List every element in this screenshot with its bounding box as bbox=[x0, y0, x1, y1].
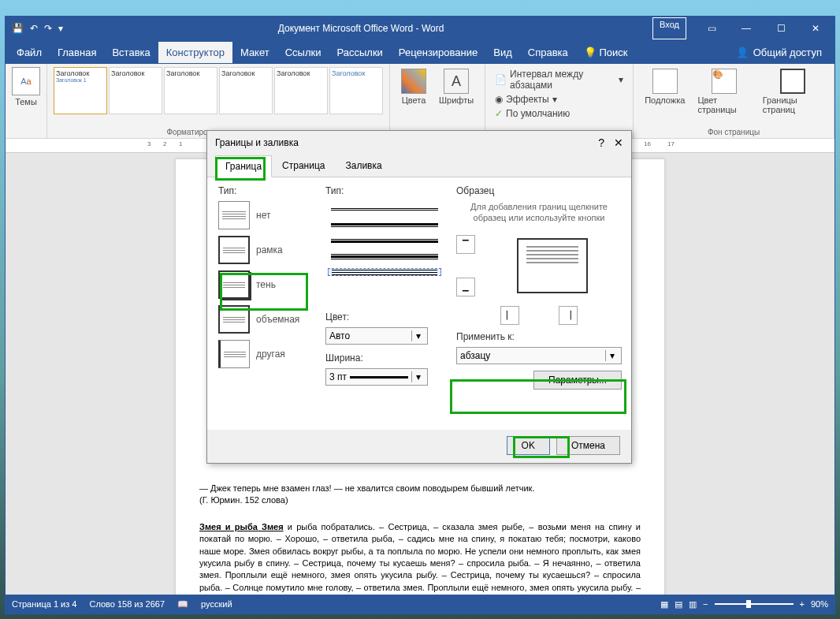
width-label: Ширина: bbox=[325, 352, 444, 364]
menu-review[interactable]: Рецензирование bbox=[391, 42, 485, 63]
style-preset[interactable]: Заголовок bbox=[329, 67, 383, 114]
effects-button[interactable]: ◉ Эффекты ▾ bbox=[492, 92, 626, 106]
watermark-icon bbox=[652, 69, 678, 94]
view-print-icon[interactable]: ▤ bbox=[675, 599, 682, 610]
redo-icon[interactable]: ↷ bbox=[44, 23, 52, 34]
share-button[interactable]: 👤 Общий доступ bbox=[736, 47, 831, 58]
ribbon-themes: Aa Темы bbox=[6, 64, 47, 138]
apply-to-select[interactable]: абзацу▾ bbox=[456, 347, 622, 364]
colors-button[interactable]: Цвета bbox=[396, 67, 431, 106]
type-box[interactable]: рамка bbox=[218, 236, 313, 264]
preview-hint: Для добавления границ щелкните образец и… bbox=[456, 201, 622, 224]
zoom-out-icon[interactable]: − bbox=[703, 599, 708, 609]
ribbon-colors-fonts: Цвета A Шрифты bbox=[390, 64, 485, 138]
type-label: Тип: bbox=[218, 185, 313, 196]
ribbon-paragraph: 📄 Интервал между абзацами ▾ ◉ Эффекты ▾ … bbox=[485, 64, 634, 138]
ribbon: Aa Темы ЗаголовокЗаголовок 1 Заголовок З… bbox=[6, 64, 834, 139]
page-borders-icon bbox=[780, 69, 805, 94]
fonts-icon: A bbox=[444, 69, 469, 94]
fonts-button[interactable]: A Шрифты bbox=[434, 67, 478, 106]
color-label: Цвет: bbox=[325, 311, 444, 323]
style-preset[interactable]: Заголовок bbox=[219, 67, 273, 114]
tab-shading[interactable]: Заливка bbox=[335, 155, 392, 177]
menu-mailings[interactable]: Рассылки bbox=[329, 42, 390, 63]
menu-references[interactable]: Ссылки bbox=[277, 42, 329, 63]
help-icon[interactable]: ? bbox=[598, 136, 604, 149]
page-color-button[interactable]: 🎨Цвет страницы bbox=[693, 67, 754, 116]
edge-right-button[interactable]: ▕ bbox=[559, 306, 578, 325]
style-preset[interactable]: ЗаголовокЗаголовок 1 bbox=[54, 67, 107, 114]
page-borders-button[interactable]: Границы страниц bbox=[758, 67, 827, 116]
watermark-button[interactable]: Подложка bbox=[640, 67, 689, 116]
border-style-column: Тип: Цвет: Авто▾ Ширина: 3 пт ▾ bbox=[325, 185, 444, 422]
doc-paragraph: Змея и рыба Змея и рыба побратались. – С… bbox=[199, 521, 641, 595]
type-none[interactable]: нет bbox=[218, 201, 313, 229]
dialog-title: Границы и заливка bbox=[215, 137, 299, 148]
preview-label: Образец bbox=[456, 185, 622, 196]
apply-label: Применить к: bbox=[456, 331, 622, 342]
view-read-icon[interactable]: ▦ bbox=[660, 599, 668, 610]
style-preset[interactable]: Заголовок bbox=[274, 67, 328, 114]
doc-paragraph: — Джек теперь мне взамен глаз! — не хвал… bbox=[199, 483, 641, 494]
style-gallery[interactable]: ЗаголовокЗаголовок 1 Заголовок Заголовок… bbox=[54, 67, 383, 114]
ribbon-page-bg: Подложка 🎨Цвет страницы Границы страниц … bbox=[634, 64, 834, 138]
qat-dropdown-icon[interactable]: ▾ bbox=[58, 23, 63, 34]
menu-bar: Файл Главная Вставка Конструктор Макет С… bbox=[6, 40, 834, 64]
zoom-slider[interactable] bbox=[715, 603, 794, 605]
tab-page[interactable]: Страница bbox=[272, 155, 335, 177]
zoom-value[interactable]: 90% bbox=[811, 599, 828, 609]
style-preset[interactable]: Заголовок bbox=[109, 67, 162, 114]
page-status[interactable]: Страница 1 из 4 bbox=[12, 599, 76, 609]
dialog-titlebar: Границы и заливка ? ✕ bbox=[207, 131, 631, 155]
menu-search[interactable]: 💡 Поиск bbox=[576, 42, 636, 63]
menu-layout[interactable]: Макет bbox=[232, 42, 277, 63]
status-bar: Страница 1 из 4 Слово 158 из 2667 📖 русс… bbox=[6, 595, 834, 613]
highlight-marker bbox=[513, 436, 570, 458]
menu-insert[interactable]: Вставка bbox=[104, 42, 158, 63]
highlight-marker bbox=[215, 157, 266, 181]
bg-section-label: Фон страницы bbox=[640, 126, 827, 136]
menu-view[interactable]: Вид bbox=[485, 42, 520, 63]
spell-check-icon[interactable]: 📖 bbox=[177, 599, 188, 610]
maximize-icon[interactable]: ☐ bbox=[765, 17, 797, 39]
menu-help[interactable]: Справка bbox=[520, 42, 576, 63]
borders-shading-dialog: Границы и заливка ? ✕ Граница Страница З… bbox=[206, 130, 632, 464]
edge-top-button[interactable]: ▔ bbox=[456, 235, 475, 254]
page-color-icon: 🎨 bbox=[712, 69, 737, 94]
language-status[interactable]: русский bbox=[201, 599, 232, 609]
width-select[interactable]: 3 пт ▾ bbox=[325, 368, 428, 386]
highlight-marker bbox=[220, 273, 308, 311]
highlight-marker bbox=[450, 379, 626, 414]
spacing-button[interactable]: 📄 Интервал между абзацами ▾ bbox=[492, 67, 626, 92]
type-custom[interactable]: другая bbox=[218, 340, 313, 368]
default-button[interactable]: ✓ По умолчанию bbox=[492, 106, 626, 121]
style-list[interactable] bbox=[325, 201, 444, 304]
word-count[interactable]: Слово 158 из 2667 bbox=[89, 599, 165, 609]
style-label: Тип: bbox=[325, 185, 444, 196]
style-preset[interactable]: Заголовок bbox=[164, 67, 217, 114]
zoom-in-icon[interactable]: + bbox=[800, 599, 805, 609]
ribbon-display-icon[interactable]: ▭ bbox=[696, 17, 727, 39]
save-icon[interactable]: 💾 bbox=[12, 23, 24, 34]
themes-button[interactable]: Aa Темы bbox=[12, 67, 40, 106]
window-title: Документ Microsoft Office Word - Word bbox=[69, 23, 652, 34]
dialog-tabs: Граница Страница Заливка bbox=[207, 155, 631, 177]
menu-file[interactable]: Файл bbox=[9, 42, 50, 63]
titlebar: 💾 ↶ ↷ ▾ Документ Microsoft Office Word -… bbox=[6, 17, 834, 40]
edge-bottom-button[interactable]: ▁ bbox=[456, 278, 475, 296]
dialog-close-icon[interactable]: ✕ bbox=[614, 136, 623, 149]
themes-icon: Aa bbox=[12, 67, 40, 95]
menu-home[interactable]: Главная bbox=[50, 42, 104, 63]
close-icon[interactable]: ✕ bbox=[800, 17, 831, 39]
view-web-icon[interactable]: ▥ bbox=[689, 599, 697, 610]
undo-icon[interactable]: ↶ bbox=[30, 23, 38, 34]
menu-design[interactable]: Конструктор bbox=[158, 42, 232, 63]
colors-icon bbox=[401, 69, 426, 94]
edge-left-button[interactable]: ▏ bbox=[500, 306, 519, 325]
ribbon-styles: ЗаголовокЗаголовок 1 Заголовок Заголовок… bbox=[47, 64, 390, 138]
doc-paragraph: (Г. Юрмин. 152 слова) bbox=[199, 494, 641, 506]
color-select[interactable]: Авто▾ bbox=[325, 327, 428, 345]
login-button[interactable]: Вход bbox=[652, 17, 686, 39]
preview-sample[interactable] bbox=[517, 238, 588, 293]
minimize-icon[interactable]: — bbox=[730, 17, 762, 39]
